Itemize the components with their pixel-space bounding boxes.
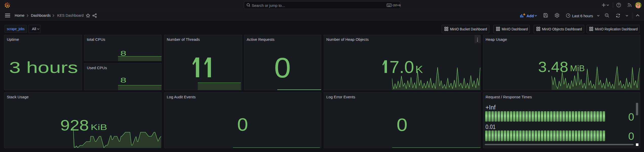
svg-text:0.01: 0.01 [485, 124, 496, 130]
svg-text:MinIO Objects Dashboard: MinIO Objects Dashboard [542, 27, 582, 31]
svg-text:MinIO Dashboard: MinIO Dashboard [502, 27, 528, 31]
svg-text:MinIO Replication Dashboard: MinIO Replication Dashboard [595, 27, 638, 31]
svg-text:Dashboards: Dashboards [31, 13, 51, 17]
svg-text:MinIO Bucket Dashboard: MinIO Bucket Dashboard [450, 27, 487, 31]
svg-text:KES Dashboard: KES Dashboard [57, 13, 84, 17]
svg-text:+Inf: +Inf [485, 104, 496, 111]
svg-text:scrape_jobs: scrape_jobs [7, 27, 25, 31]
svg-text:Home: Home [15, 13, 25, 17]
